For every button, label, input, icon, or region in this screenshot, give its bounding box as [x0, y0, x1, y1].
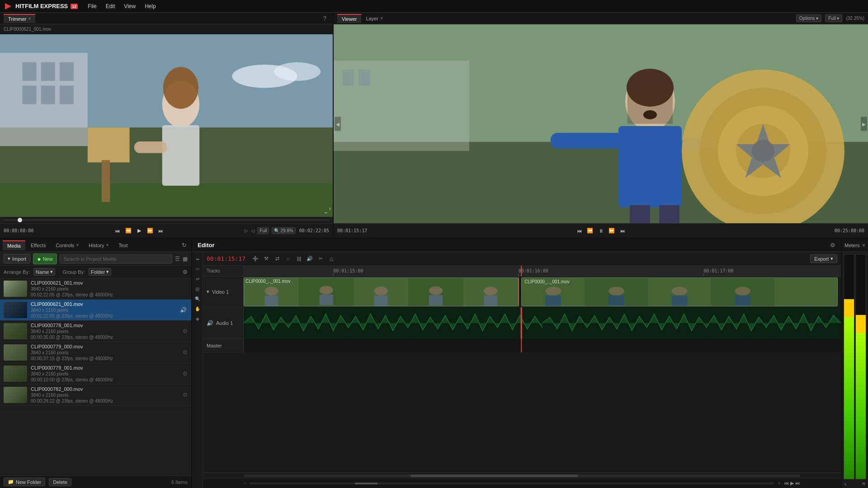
trimmer-skip-end-btn[interactable]: ⏭	[156, 226, 165, 235]
editor-tools-icon[interactable]: ⚒	[262, 254, 271, 263]
editor-tool-hand[interactable]: ✋	[193, 305, 202, 313]
svg-rect-9	[60, 85, 74, 104]
media-gear-icon-5[interactable]: ⚙	[183, 392, 188, 398]
left-panel-refresh-icon[interactable]: ↻	[180, 242, 189, 249]
editor-link-icon[interactable]: ⛓	[294, 254, 303, 263]
menu-help[interactable]: Help	[141, 2, 160, 11]
new-folder-button[interactable]: 📁 New Folder	[4, 478, 45, 486]
group-select[interactable]: Folder ▾	[89, 268, 111, 276]
viewer-options-btn[interactable]: Options ▾	[796, 14, 821, 22]
trimmer-scrubber[interactable]	[4, 217, 329, 223]
editor-snap-icon[interactable]: ○	[283, 254, 292, 263]
audio1-content[interactable]	[244, 307, 841, 339]
viewer-prev-frame-btn[interactable]: ⏪	[585, 226, 594, 235]
trimmer-out-point-icon[interactable]: ◁	[251, 228, 255, 233]
editor-tool-slip[interactable]: ▧	[193, 285, 202, 293]
tab-effects[interactable]: Effects	[26, 241, 50, 250]
arrange-select[interactable]: Name ▾	[33, 268, 55, 276]
master-track-svg	[244, 339, 841, 352]
editor-settings-icon[interactable]: ⚙	[830, 242, 835, 249]
viewer-skip-end-btn[interactable]: ⏭	[618, 226, 627, 235]
layer-tab-close[interactable]: ×	[380, 16, 383, 21]
ruler-content[interactable]: 00:01:15:00 00:01:16:00 00:01:17:00	[244, 266, 841, 276]
video-clip-2[interactable]: CLIP0000_.._001.mov	[521, 277, 838, 306]
viewer-prev-btn[interactable]: ◂	[335, 117, 341, 131]
search-input[interactable]	[60, 254, 172, 263]
new-label: New	[43, 256, 53, 262]
trimmer-close-icon[interactable]: ×	[28, 16, 31, 21]
media-gear-icon-4[interactable]: ⚙	[183, 371, 188, 377]
viewer-skip-start-btn[interactable]: ⏮	[575, 226, 584, 235]
trimmer-play-btn[interactable]: ▶	[135, 226, 144, 235]
menu-edit[interactable]: Edit	[102, 2, 119, 11]
trimmer-in-point-icon[interactable]: ▷	[245, 228, 248, 233]
tab-media[interactable]: Media	[3, 240, 25, 250]
editor-ripple-icon[interactable]: ⇄	[273, 254, 282, 263]
editor-add-track-icon[interactable]: ➕	[251, 254, 260, 263]
tab-controls[interactable]: Controls ×	[51, 241, 83, 250]
media-gear-icon-3[interactable]: ⚙	[183, 349, 188, 356]
editor-tool-cursor[interactable]: ⬅	[193, 255, 202, 263]
zoom-slider-thumb[interactable]	[355, 483, 377, 484]
trimmer-skip-start-btn[interactable]: ⏮	[113, 226, 122, 235]
editor-tool-snap[interactable]: ◆	[193, 314, 202, 323]
timeline-zoom-out-icon[interactable]: −	[244, 481, 246, 486]
export-button[interactable]: Export ▾	[810, 254, 837, 263]
new-button[interactable]: ● New	[33, 253, 57, 264]
timeline-zoom-slider[interactable]	[250, 483, 774, 484]
editor-audio-icon[interactable]: 🔊	[305, 254, 314, 263]
meters-close-btn[interactable]: ×	[862, 242, 865, 249]
tab-history[interactable]: History ×	[84, 241, 113, 250]
viewer-next-frame-btn[interactable]: ⏩	[607, 226, 616, 235]
list-item[interactable]: CLIP0000778_001.mov 3840 x 2160 pixels 0…	[0, 321, 191, 342]
delete-button[interactable]: Delete	[49, 478, 71, 486]
media-settings-icon[interactable]: ⚙	[183, 269, 188, 275]
view-toggle-grid-icon[interactable]: ▦	[183, 256, 188, 262]
media-gear-icon-2[interactable]: ⚙	[183, 328, 188, 334]
timeline-skip-start[interactable]: ⏮	[784, 480, 789, 486]
video1-content[interactable]: CLIP0000_.._001.mov CLIP0000_.._001.mov	[244, 277, 841, 307]
trimmer-tab[interactable]: Trimmer ×	[4, 14, 35, 23]
trimmer-zoom-percent[interactable]: 🔍 29.8%	[272, 227, 295, 234]
list-item[interactable]: CLIP0000621_001.mov 3840 x 2160 pixels 0…	[0, 278, 191, 300]
trimmer-panel-help[interactable]: ?	[321, 15, 329, 22]
editor-tool-blade[interactable]: ✂	[193, 265, 202, 273]
viewer-full-btn[interactable]: Full ▾	[825, 14, 842, 22]
viewer-next-btn[interactable]: ▸	[861, 117, 867, 131]
timeline-zoom-in-icon[interactable]: +	[778, 481, 780, 486]
editor-mark-icon[interactable]: △	[327, 254, 336, 263]
tab-text[interactable]: Text	[114, 241, 132, 250]
tab-controls-close[interactable]: ×	[76, 243, 79, 248]
timeline-play-btn[interactable]: ▶	[790, 480, 794, 486]
scroll-track[interactable]	[244, 474, 800, 477]
list-item[interactable]: CLIP0000782_000.mov 3840 x 2160 pixels 0…	[0, 385, 191, 406]
list-item[interactable]: CLIP0000779_001.mov 3840 x 2160 pixels 0…	[0, 363, 191, 385]
list-item[interactable]: CLIP0000779_000.mov 3840 x 2160 pixels 0…	[0, 342, 191, 363]
viewer-tab[interactable]: Viewer	[337, 14, 361, 23]
audio1-speaker-icon[interactable]: 🔊	[207, 320, 213, 326]
scroll-thumb[interactable]	[410, 474, 577, 477]
video-clip-1[interactable]	[244, 277, 519, 306]
import-button[interactable]: ▾ Import	[4, 254, 30, 263]
layer-tab[interactable]: Layer ×	[361, 14, 387, 23]
trimmer-next-frame-btn[interactable]: ⏩	[146, 226, 155, 235]
menu-view[interactable]: View	[120, 2, 139, 11]
editor-tool-zoom[interactable]: 🔍	[193, 295, 202, 303]
editor-clip-icon[interactable]: ✂	[316, 254, 325, 263]
trimmer-zoom-control[interactable]: Full	[257, 227, 269, 234]
svg-rect-4	[23, 62, 37, 81]
viewer-pause-btn[interactable]: ⏸	[596, 226, 605, 235]
list-item[interactable]: CLIP0000621_001.mov 3840 x 2160 pixels 0…	[0, 300, 191, 321]
timeline-scrollbar[interactable]	[203, 473, 841, 478]
menu-file[interactable]: File	[84, 2, 100, 11]
view-toggle-list-icon[interactable]: ☰	[175, 256, 180, 262]
video1-chevron[interactable]: ▾	[207, 289, 209, 295]
timeline-skip-end[interactable]: ⏭	[795, 480, 800, 486]
master-content[interactable]	[244, 339, 841, 352]
media-name-0: CLIP0000621_001.mov	[31, 280, 188, 286]
timeline-transport-controls: ⏮ ▶ ⏭	[784, 480, 800, 486]
tab-history-close[interactable]: ×	[106, 243, 108, 248]
editor-tool-ripple[interactable]: ⇄	[193, 275, 202, 283]
trimmer-playhead[interactable]	[18, 218, 22, 222]
trimmer-prev-frame-btn[interactable]: ⏪	[124, 226, 133, 235]
